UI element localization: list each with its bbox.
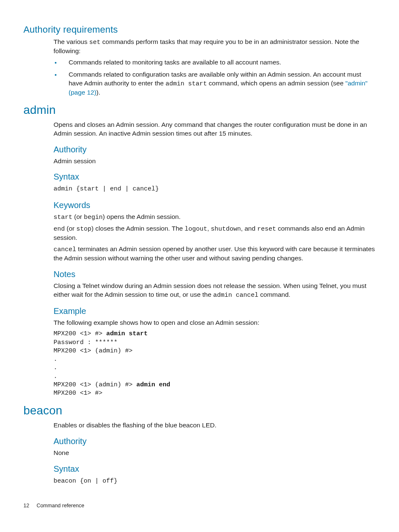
- footer-label: Command reference: [36, 503, 84, 509]
- authreq-list: Commands related to monitoring tasks are…: [54, 58, 376, 97]
- text: The various: [54, 38, 89, 45]
- inline-code: begin: [84, 214, 103, 221]
- heading-authority: Authority: [54, 144, 376, 155]
- list-item: Commands related to configuration tasks …: [61, 70, 376, 97]
- example-code-block: MPX200 <1> #> admin start Password : ***…: [54, 330, 376, 398]
- text: (or: [72, 213, 84, 220]
- text: terminates an Admin session opened by an…: [54, 245, 375, 262]
- inline-code: shutdown: [211, 226, 241, 233]
- inline-code-admin-cancel: admin cancel: [213, 292, 258, 299]
- page-footer: 12 Command reference: [23, 502, 376, 509]
- code-line: MPX200 <1> (admin) #>: [54, 347, 133, 355]
- inline-code: cancel: [54, 246, 76, 253]
- inline-code: stop: [77, 226, 92, 233]
- heading-beacon: beacon: [23, 403, 376, 419]
- inline-code: end: [54, 226, 65, 233]
- admin-description: Opens and closes an Admin session. Any c…: [54, 121, 376, 138]
- heading-syntax: Syntax: [54, 463, 376, 475]
- text: ,: [207, 225, 211, 232]
- heading-keywords: Keywords: [54, 200, 376, 211]
- keyword-cancel: cancel terminates an Admin session opene…: [54, 245, 376, 263]
- beacon-description: Enables or disables the flashing of the …: [54, 421, 376, 430]
- keyword-end: end (or stop) closes the Admin session. …: [54, 224, 376, 242]
- inline-code: start: [54, 214, 72, 221]
- code-line: MPX200 <1> #>: [54, 330, 106, 337]
- example-intro: The following example shows how to open …: [54, 319, 376, 327]
- code-line: Password : ******: [54, 339, 118, 346]
- keyword-start: start (or begin) opens the Admin session…: [54, 213, 376, 222]
- code-line: .: [54, 373, 57, 380]
- text: , and: [241, 225, 257, 232]
- heading-authority-requirements: Authority requirements: [23, 23, 376, 36]
- code-line: MPX200 <1> (admin) #>: [54, 381, 136, 388]
- text: Closing a Telnet window during an Admin …: [54, 282, 366, 298]
- heading-admin: admin: [23, 102, 376, 118]
- heading-syntax: Syntax: [54, 171, 376, 182]
- text: (or: [65, 225, 77, 232]
- code-bold: admin end: [136, 381, 170, 388]
- inline-code: logout: [184, 226, 207, 233]
- text: command.: [258, 291, 291, 298]
- syntax-block: admin {start | end | cancel}: [54, 185, 376, 193]
- code-line: .: [54, 356, 57, 363]
- page-number: 12: [23, 502, 29, 509]
- inline-code: reset: [257, 226, 276, 233]
- authority-value: None: [54, 449, 376, 457]
- code-line: .: [54, 364, 57, 371]
- text: ) opens the Admin session.: [103, 213, 181, 220]
- notes-paragraph: Closing a Telnet window during an Admin …: [54, 282, 376, 300]
- inline-code-set: set: [89, 39, 100, 46]
- text: ) closes the Admin session. The: [92, 225, 185, 232]
- inline-code-admin-start: admin start: [166, 80, 207, 87]
- syntax-block: beacon {on | off}: [54, 477, 376, 486]
- heading-authority: Authority: [54, 436, 376, 447]
- heading-example: Example: [54, 306, 376, 317]
- authreq-paragraph: The various set commands perform tasks t…: [54, 38, 376, 56]
- list-item: Commands related to monitoring tasks are…: [61, 58, 376, 67]
- heading-notes: Notes: [54, 269, 376, 280]
- code-line: MPX200 <1> #>: [54, 390, 102, 397]
- text: ).: [96, 89, 100, 96]
- authority-value: Admin session: [54, 157, 376, 166]
- code-bold: admin start: [106, 330, 148, 337]
- text: command, which opens an admin session (s…: [207, 80, 345, 87]
